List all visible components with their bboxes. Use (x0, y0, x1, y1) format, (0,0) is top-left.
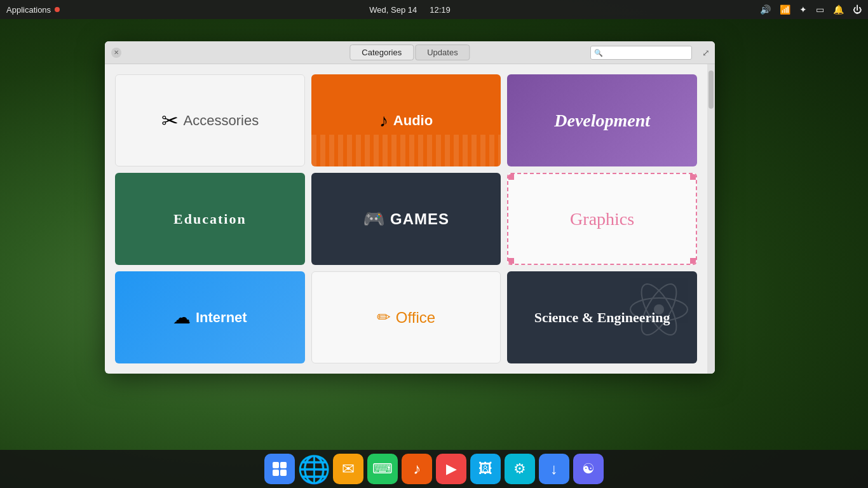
keyboard-icon: ⌨ (372, 461, 393, 477)
accessories-icon: ✂ (161, 109, 179, 133)
category-education[interactable]: Education (115, 173, 305, 265)
software-center-window: ✕ Categories Updates 🔍 ⤢ ✂ Accessories ♪ (105, 41, 715, 374)
window-titlebar: ✕ Categories Updates 🔍 ⤢ (105, 41, 715, 64)
scrollbar-track[interactable] (707, 64, 715, 374)
volume-icon[interactable]: 🔊 (760, 4, 771, 15)
category-games[interactable]: 🎮 GAMES (311, 173, 501, 265)
battery-icon[interactable]: ▭ (816, 4, 824, 15)
svg-rect-7 (280, 470, 287, 476)
download-icon: ↓ (550, 460, 558, 478)
window-close-button[interactable]: ✕ (111, 48, 121, 58)
development-label: Development (554, 111, 650, 131)
svg-rect-4 (273, 462, 279, 468)
dock-icon-settings[interactable]: ⚙ (505, 454, 535, 484)
games-icon: 🎮 (363, 208, 385, 229)
topbar-center: Wed, Sep 14 12:19 (369, 5, 450, 15)
video-play-icon: ▶ (446, 461, 457, 477)
category-accessories[interactable]: ✂ Accessories (115, 74, 305, 166)
topbar-time: 12:19 (430, 5, 451, 15)
dock-icon-keyboard[interactable]: ⌨ (367, 454, 398, 484)
audio-label: Audio (393, 112, 433, 129)
dock-icon-browser[interactable]: 🌐 (299, 454, 329, 484)
power-icon[interactable]: ⏻ (853, 4, 862, 15)
applications-menu[interactable]: Applications (6, 5, 51, 15)
browser-globe-icon: 🌐 (297, 454, 330, 485)
dock-icon-download[interactable]: ↓ (539, 454, 569, 484)
category-office[interactable]: ✏ Office (311, 271, 501, 363)
categories-grid: ✂ Accessories ♪ Audio Development (105, 64, 707, 374)
svg-rect-6 (273, 470, 279, 476)
office-icon: ✏ (377, 308, 391, 327)
app-indicator-dot (55, 7, 60, 12)
scrollbar-thumb[interactable] (709, 71, 714, 109)
category-internet[interactable]: ☁ Internet (115, 271, 305, 363)
audio-icon: ♪ (379, 111, 388, 131)
graphics-corner-tr (690, 173, 696, 180)
graphics-corner-bl (508, 258, 514, 264)
science-label: Science & Engineering (534, 309, 670, 326)
apps-grid-icon (271, 461, 288, 477)
notification-icon[interactable]: 🔔 (833, 4, 844, 15)
category-audio[interactable]: ♪ Audio (311, 74, 501, 166)
accessories-label: Accessories (184, 112, 259, 129)
topbar: Applications Wed, Sep 14 12:19 🔊 📶 ✦ ▭ 🔔… (0, 0, 868, 19)
window-body: ✂ Accessories ♪ Audio Development (105, 64, 715, 374)
toggle-icon: ⚙ (513, 461, 526, 477)
music-icon: ♪ (413, 460, 421, 478)
dock-icon-music[interactable]: ♪ (402, 454, 432, 484)
search-icon: 🔍 (594, 48, 603, 57)
dock-icon-apps[interactable] (264, 454, 295, 484)
tab-categories[interactable]: Categories (349, 44, 414, 60)
games-label: GAMES (390, 210, 449, 228)
office-label: Office (396, 309, 435, 327)
photos-icon: 🖼 (478, 461, 492, 477)
graphics-corner-tl (508, 173, 514, 180)
education-label: Education (173, 211, 247, 227)
taskbar: 🌐 ✉ ⌨ ♪ ▶ 🖼 ⚙ ↓ ☯ (0, 450, 868, 488)
wifi-icon[interactable]: 📶 (780, 4, 790, 15)
dock-icon-appstore[interactable]: ☯ (573, 454, 604, 484)
window-tabs: Categories Updates (349, 44, 470, 60)
bluetooth-icon[interactable]: ✦ (799, 4, 807, 15)
svg-rect-5 (280, 462, 287, 468)
dock-icon-video[interactable]: ▶ (436, 454, 466, 484)
dock-icon-photos[interactable]: 🖼 (470, 454, 501, 484)
internet-label: Internet (196, 309, 247, 326)
topbar-date: Wed, Sep 14 (369, 5, 417, 15)
category-development[interactable]: Development (507, 74, 697, 166)
graphics-corner-br (690, 258, 696, 264)
topbar-right: 🔊 📶 ✦ ▭ 🔔 ⏻ (760, 4, 862, 15)
appstore-icon: ☯ (582, 461, 595, 477)
internet-icon: ☁ (173, 307, 191, 328)
search-input[interactable] (590, 46, 692, 60)
topbar-left: Applications (6, 5, 60, 15)
dock-icon-mail[interactable]: ✉ (333, 454, 363, 484)
graphics-label: Graphics (570, 209, 634, 229)
window-search: 🔍 (590, 46, 692, 60)
category-graphics[interactable]: Graphics (507, 173, 697, 265)
mail-icon: ✉ (342, 460, 355, 478)
tab-updates[interactable]: Updates (415, 44, 470, 60)
category-science[interactable]: Science & Engineering (507, 271, 697, 363)
window-expand-button[interactable]: ⤢ (702, 48, 710, 58)
